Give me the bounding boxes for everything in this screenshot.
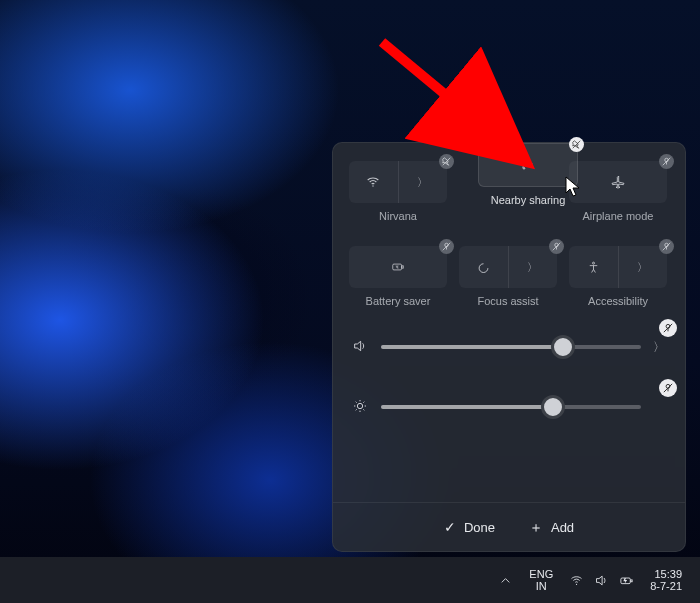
- airplane-mode-tile[interactable]: [569, 161, 667, 203]
- svg-point-0: [373, 185, 374, 186]
- brightness-slider[interactable]: [381, 405, 641, 409]
- unpin-focus[interactable]: [549, 239, 564, 254]
- tile-cell-access: 〉 Accessibility: [569, 246, 667, 307]
- battery-icon: [619, 573, 634, 588]
- plus-icon: ＋: [529, 520, 543, 534]
- wifi-icon: [569, 573, 584, 588]
- wifi-label: Nirvana: [379, 210, 417, 222]
- tile-cell-focus: 〉 Focus assist: [459, 246, 557, 307]
- volume-icon: [351, 338, 369, 357]
- unpin-volume[interactable]: [659, 319, 677, 337]
- wifi-icon: [365, 171, 381, 193]
- tile-cell-airplane: Airplane mode: [569, 161, 667, 224]
- volume-icon: [594, 573, 609, 588]
- focus-assist-icon: [476, 256, 491, 278]
- tiles-row-1: 〉 Nirvana Nearby sharing: [349, 161, 669, 224]
- unpin-brightness[interactable]: [659, 379, 677, 397]
- chevron-right-icon: 〉: [637, 260, 648, 275]
- system-tray[interactable]: [561, 557, 642, 603]
- volume-slider-row: 〉: [349, 331, 669, 363]
- svg-point-11: [357, 403, 362, 408]
- wifi-tile[interactable]: 〉: [349, 161, 447, 203]
- clock-text: 15:398-7-21: [650, 568, 692, 592]
- chevron-up-icon: [498, 573, 513, 588]
- tile-cell-nearby: Nearby sharing: [479, 143, 577, 206]
- quick-settings-panel: 〉 Nirvana Nearby sharing: [332, 142, 686, 552]
- brightness-thumb[interactable]: [541, 395, 565, 419]
- svg-point-1: [523, 168, 525, 170]
- done-label: Done: [464, 520, 495, 535]
- tile-cell-battery: Battery saver: [349, 246, 447, 307]
- chevron-right-icon: 〉: [527, 260, 538, 275]
- tiles-row-2: Battery saver 〉 Focus assist: [349, 246, 669, 307]
- unpin-nearby[interactable]: [569, 137, 584, 152]
- svg-point-7: [592, 262, 594, 264]
- chevron-right-icon: 〉: [417, 175, 428, 190]
- tile-cell-wifi: 〉 Nirvana: [349, 161, 447, 224]
- language-switch[interactable]: ENGIN: [521, 557, 561, 603]
- focus-assist-tile[interactable]: 〉: [459, 246, 557, 288]
- nearby-share-icon: [520, 154, 536, 176]
- brightness-icon: [351, 398, 369, 417]
- add-label: Add: [551, 520, 574, 535]
- brightness-fill: [381, 405, 553, 409]
- access-expand[interactable]: 〉: [619, 246, 668, 288]
- wifi-toggle[interactable]: [349, 161, 399, 203]
- volume-thumb[interactable]: [551, 335, 575, 359]
- focus-label: Focus assist: [477, 295, 538, 307]
- accessibility-tile[interactable]: 〉: [569, 246, 667, 288]
- clock[interactable]: 15:398-7-21: [642, 557, 700, 603]
- tray-overflow[interactable]: [490, 557, 521, 603]
- airplane-icon: [610, 171, 626, 193]
- volume-slider[interactable]: [381, 345, 641, 349]
- add-button[interactable]: ＋ Add: [529, 520, 574, 535]
- panel-footer: ✓ Done ＋ Add: [333, 502, 685, 551]
- check-icon: ✓: [444, 520, 456, 534]
- battery-label: Battery saver: [366, 295, 431, 307]
- taskbar: ENGIN 15:398-7-21: [0, 557, 700, 603]
- unpin-wifi[interactable]: [439, 154, 454, 169]
- battery-saver-tile[interactable]: [349, 246, 447, 288]
- battery-saver-icon: [389, 256, 407, 278]
- access-toggle[interactable]: [569, 246, 619, 288]
- focus-expand[interactable]: 〉: [509, 246, 558, 288]
- svg-rect-15: [631, 579, 632, 581]
- volume-expand[interactable]: 〉: [653, 339, 667, 356]
- unpin-battery[interactable]: [439, 239, 454, 254]
- accessibility-icon: [586, 256, 601, 278]
- wifi-expand[interactable]: 〉: [399, 161, 448, 203]
- access-label: Accessibility: [588, 295, 648, 307]
- svg-point-13: [576, 583, 577, 584]
- nearby-sharing-tile[interactable]: [478, 143, 578, 187]
- done-button[interactable]: ✓ Done: [444, 520, 495, 535]
- brightness-slider-row: 〉: [349, 391, 669, 423]
- volume-fill: [381, 345, 563, 349]
- svg-rect-4: [402, 266, 403, 268]
- airplane-label: Airplane mode: [583, 210, 654, 222]
- unpin-access[interactable]: [659, 239, 674, 254]
- nearby-label: Nearby sharing: [491, 194, 566, 206]
- unpin-airplane[interactable]: [659, 154, 674, 169]
- focus-toggle[interactable]: [459, 246, 509, 288]
- lang-text: ENGIN: [529, 568, 553, 592]
